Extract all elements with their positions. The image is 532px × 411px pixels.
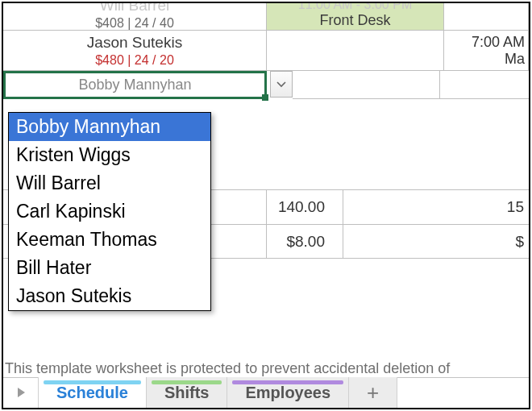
summary-cell[interactable]: 15 (343, 190, 529, 224)
dropdown-item[interactable]: Carl Kapinski (9, 197, 210, 226)
dropdown-item[interactable]: Keeman Thomas (9, 226, 210, 254)
shift-cell[interactable]: 7:00 AM Ma (444, 31, 529, 70)
dropdown-list[interactable]: Bobby MannyhanKristen WiggsWill BarrelCa… (8, 112, 211, 311)
shift-cell[interactable] (293, 71, 440, 99)
shift-time: 7:00 AM (472, 34, 525, 51)
summary-value: $8.00 (286, 233, 325, 251)
dropdown-item[interactable]: Jason Sutekis (9, 282, 210, 310)
shift-cell[interactable]: 11:00 AM - 3:00 PM Front Desk (267, 2, 444, 30)
tab-label: Shifts (164, 384, 210, 402)
summary-value: 15 (507, 198, 524, 216)
table-row: Jason Sutekis $480 | 24 / 20 7:00 AM Ma (3, 31, 529, 71)
tab-nav-button[interactable] (3, 377, 39, 408)
sheet-tabs: Schedule Shifts Employees + (3, 377, 529, 408)
play-icon (15, 386, 27, 399)
dropdown-item[interactable]: Bill Hater (9, 254, 210, 282)
table-row: Will Barrel $408 | 24 / 40 11:00 AM - 3:… (3, 2, 529, 31)
summary-cell[interactable]: $8.00 (267, 225, 343, 258)
employee-name: Will Barrel (100, 2, 170, 15)
protection-message: This template worksheet is protected to … (3, 360, 450, 377)
shift-cell[interactable] (440, 71, 529, 99)
summary-cell[interactable]: 140.00 (267, 190, 343, 224)
summary-value: $ (515, 233, 524, 251)
shift-cell[interactable] (267, 31, 444, 70)
summary-cell[interactable]: $ (343, 225, 529, 258)
tab-label: Employees (245, 384, 330, 402)
dropdown-button[interactable] (270, 71, 293, 98)
tab-color-strip (44, 380, 141, 384)
active-cell-value: Bobby Mannyhan (78, 77, 191, 93)
employee-meta: $480 | 24 / 20 (95, 53, 174, 68)
dropdown-item[interactable]: Bobby Mannyhan (9, 113, 210, 141)
tab-add[interactable]: + (349, 377, 397, 408)
table-row: Bobby Mannyhan (3, 71, 529, 99)
tab-shifts[interactable]: Shifts (147, 377, 228, 408)
dropdown-item[interactable]: Kristen Wiggs (9, 141, 210, 169)
employee-name: Jason Sutekis (87, 34, 182, 52)
plus-icon: + (367, 380, 379, 405)
fill-handle[interactable] (262, 94, 268, 101)
employee-cell[interactable]: Jason Sutekis $480 | 24 / 20 (3, 31, 267, 70)
tab-color-strip (232, 380, 343, 384)
employee-meta: $408 | 24 / 40 (95, 16, 174, 31)
tab-label: Schedule (56, 384, 128, 402)
summary-value: 140.00 (278, 198, 325, 216)
shift-role: Front Desk (319, 12, 390, 29)
shift-cell[interactable] (444, 2, 529, 30)
tab-color-strip (152, 380, 222, 384)
employee-cell[interactable]: Will Barrel $408 | 24 / 40 (3, 2, 267, 30)
shift-time: 11:00 AM - 3:00 PM (298, 2, 412, 12)
dropdown-item[interactable]: Will Barrel (9, 169, 210, 197)
shift-role: Ma (505, 51, 525, 68)
tab-employees[interactable]: Employees (227, 377, 349, 408)
chevron-down-icon (276, 81, 286, 88)
tab-schedule[interactable]: Schedule (39, 377, 147, 408)
active-cell[interactable]: Bobby Mannyhan (3, 71, 267, 99)
